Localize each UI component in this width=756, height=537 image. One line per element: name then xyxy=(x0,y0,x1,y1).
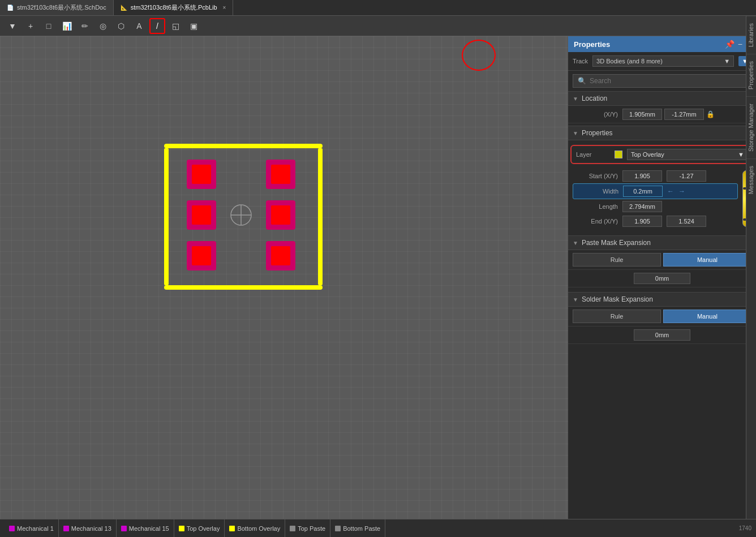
length-label: Length xyxy=(573,203,618,210)
toolbar-pencil-btn[interactable]: ✏ xyxy=(77,18,93,34)
toppaste-dot xyxy=(290,526,295,531)
paste-mask-btn-row: Rule Manual xyxy=(568,250,756,270)
yellow-bottom-line xyxy=(164,285,323,290)
status-layer-toppaste[interactable]: Top Paste xyxy=(285,519,330,537)
pad-mr xyxy=(266,200,295,230)
location-x-value[interactable]: 1.905mm xyxy=(622,109,662,120)
location-y-value[interactable]: -1.27mm xyxy=(664,109,704,120)
props-minimize-btn[interactable]: − xyxy=(738,40,742,49)
toppaste-label: Top Paste xyxy=(298,525,325,532)
filter-dropdown-label: 3D Bodies (and 8 more) xyxy=(596,58,663,65)
pad-tl xyxy=(187,160,216,189)
status-layer-mechanical13[interactable]: Mechanical 13 xyxy=(59,519,117,537)
location-arrow-icon: ▼ xyxy=(573,96,578,102)
pad-bl xyxy=(187,241,216,270)
pad-mr-inner xyxy=(271,205,290,225)
pad-tl-inner xyxy=(192,165,211,184)
status-layer-topoverlay[interactable]: Top Overlay xyxy=(174,519,225,537)
start-label: Start (X/Y) xyxy=(573,173,618,179)
width-value[interactable]: 0.2mm xyxy=(623,186,663,197)
bottompaste-dot xyxy=(335,526,341,531)
status-layer-bottompaste[interactable]: Bottom Paste xyxy=(330,519,385,537)
side-tab-storage[interactable]: Storage Manager xyxy=(746,96,756,158)
properties-arrow-icon: ▼ xyxy=(573,130,578,136)
status-layer-bottomoverlay[interactable]: Bottom Overlay xyxy=(225,519,285,537)
toolbar-line-btn[interactable]: / xyxy=(149,18,165,34)
center-cross xyxy=(227,201,255,229)
coords-label: 1740 xyxy=(739,525,751,531)
start-xy-section: Start (X/Y) 1.905 -1.27 Width 0.2mm ← → xyxy=(568,169,756,231)
toolbar-filter-btn[interactable]: ▼ xyxy=(5,18,20,34)
length-value[interactable]: 2.794mm xyxy=(622,201,662,212)
location-xy-label: (X/Y) xyxy=(573,111,618,118)
layer-dropdown[interactable]: Top Overlay ▼ xyxy=(627,149,748,160)
location-section-label: Location xyxy=(582,94,607,102)
pad-tr-inner xyxy=(271,165,290,184)
end-y-value[interactable]: 1.524 xyxy=(667,216,706,227)
toolbar-add-btn[interactable]: + xyxy=(23,18,38,34)
mechanical13-dot xyxy=(63,526,69,531)
toolbar-hex-btn[interactable]: ⬡ xyxy=(113,18,129,34)
schdoc-icon: 📄 xyxy=(7,5,14,11)
location-xy-pair: 1.905mm -1.27mm 🔒 xyxy=(622,109,715,120)
toolbar-corner-btn[interactable]: ◱ xyxy=(167,18,183,34)
solder-mask-section-header[interactable]: ▼ Solder Mask Expansion xyxy=(568,292,756,307)
side-tab-messages[interactable]: Messages xyxy=(746,158,756,201)
paste-mask-value[interactable]: 0mm xyxy=(634,273,690,284)
filter-dropdown[interactable]: 3D Bodies (and 8 more) ▼ xyxy=(592,55,734,67)
toolbar-chart-btn[interactable]: 📊 xyxy=(59,18,75,34)
props-pin-btn[interactable]: 📌 xyxy=(725,40,734,49)
paste-mask-rule-btn[interactable]: Rule xyxy=(573,253,661,267)
properties-section-header[interactable]: ▼ Properties xyxy=(568,126,756,140)
solder-mask-btn-row: Rule Manual xyxy=(568,307,756,327)
topoverlay-dot xyxy=(179,526,184,531)
start-x-value[interactable]: 1.905 xyxy=(622,170,662,182)
search-input[interactable] xyxy=(590,77,746,85)
tab-close-icon[interactable]: × xyxy=(223,5,226,11)
arrow-right-icon: → xyxy=(678,187,685,195)
tab-schdoc[interactable]: 📄 stm32f103c8t6最小系统.SchDoc xyxy=(0,0,114,15)
paste-mask-section-header[interactable]: ▼ Paste Mask Expansion xyxy=(568,235,756,250)
track-label: Track xyxy=(573,58,588,65)
width-section: Width 0.2mm ← → xyxy=(573,183,738,199)
solder-mask-manual-btn[interactable]: Manual xyxy=(663,310,751,323)
pad-ml xyxy=(187,200,216,230)
pad-bl-inner xyxy=(192,246,211,265)
width-row: Width 0.2mm ← → xyxy=(573,183,738,199)
tab-pcblib[interactable]: 📐 stm32f103c8t6最小系统.PcbLib × xyxy=(114,0,234,15)
pcblib-icon: 📐 xyxy=(121,5,127,11)
status-layer-mechanical1[interactable]: Mechanical 1 xyxy=(5,519,59,537)
bottomoverlay-label: Bottom Overlay xyxy=(237,525,280,532)
location-section-header[interactable]: ▼ Location xyxy=(568,91,756,106)
layer-label: Layer xyxy=(576,151,610,158)
end-x-value[interactable]: 1.905 xyxy=(622,216,662,227)
side-tab-libraries[interactable]: Libraries xyxy=(746,16,756,54)
topoverlay-label: Top Overlay xyxy=(187,525,220,532)
status-bar: Mechanical 1 Mechanical 13 Mechanical 15… xyxy=(0,519,756,537)
mechanical13-label: Mechanical 13 xyxy=(71,525,111,532)
paste-mask-manual-btn[interactable]: Manual xyxy=(663,253,751,267)
toolbar-select-btn[interactable]: □ xyxy=(41,18,57,34)
paste-mask-section-label: Paste Mask Expansion xyxy=(582,239,651,247)
toolbar-text-btn[interactable]: A xyxy=(131,18,147,34)
properties-section-label: Properties xyxy=(582,129,613,137)
layer-dropdown-label: Top Overlay xyxy=(631,151,664,158)
pcb-canvas[interactable] xyxy=(0,36,568,519)
filter-dropdown-arrow: ▼ xyxy=(724,58,730,65)
toolbar-circle-btn[interactable]: ◎ xyxy=(95,18,111,34)
toolbar-rect-btn[interactable]: ▣ xyxy=(186,18,201,34)
track-row: Track 3D Bodies (and 8 more) ▼ ▼ xyxy=(568,52,756,71)
solder-mask-value[interactable]: 0mm xyxy=(634,329,690,341)
start-y-value[interactable]: -1.27 xyxy=(667,170,706,182)
side-tab-properties[interactable]: Properties xyxy=(746,54,756,96)
main-area: Properties 📌 − × Track 3D Bodies (and 8 … xyxy=(0,36,756,519)
status-layer-mechanical15[interactable]: Mechanical 15 xyxy=(117,519,174,537)
location-lock-icon[interactable]: 🔒 xyxy=(706,110,715,118)
start-xy-fields: Start (X/Y) 1.905 -1.27 Width 0.2mm ← → xyxy=(573,169,738,229)
props-title: Properties xyxy=(574,40,610,49)
solder-mask-value-row: 0mm xyxy=(568,327,756,344)
solder-mask-rule-btn[interactable]: Rule xyxy=(573,310,661,323)
tab-pcblib-label: stm32f103c8t6最小系统.PcbLib xyxy=(131,3,217,12)
paste-mask-arrow-icon: ▼ xyxy=(573,240,578,246)
solder-mask-section-label: Solder Mask Expansion xyxy=(582,295,653,303)
